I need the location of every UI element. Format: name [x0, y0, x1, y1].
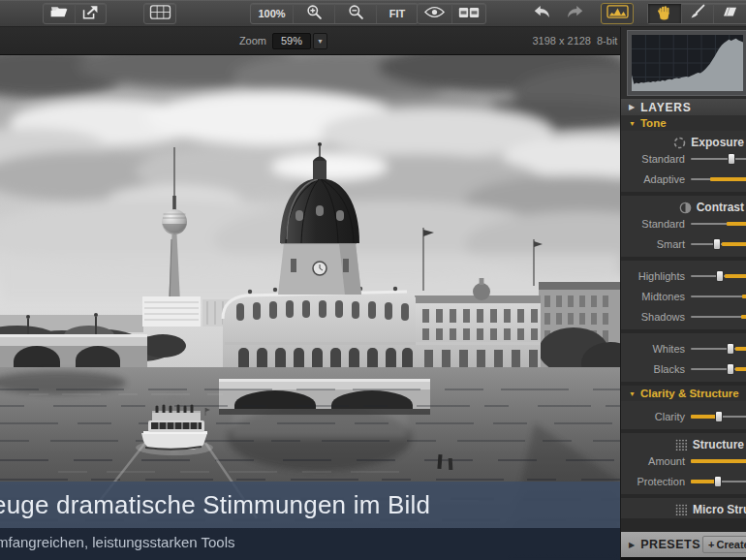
section-title: Micro Structure: [621, 498, 746, 515]
export-button[interactable]: [75, 4, 106, 23]
slider-handle[interactable]: [727, 363, 734, 375]
preview-button-group: [417, 3, 486, 24]
brush-tool-button[interactable]: [681, 4, 714, 23]
slider-track[interactable]: [691, 178, 746, 180]
zoom-value-field[interactable]: 59%: [272, 33, 311, 49]
section-title-label: Exposure: [691, 136, 744, 149]
preview-toggle-button[interactable]: [418, 4, 451, 23]
layers-section-header[interactable]: ▶ LAYERS: [621, 98, 746, 115]
undo-icon: [533, 5, 551, 22]
slider-fill: [710, 177, 746, 181]
export-icon: [81, 4, 100, 24]
slider-handle[interactable]: [728, 153, 735, 165]
slider-fill: [691, 459, 746, 463]
adjustment-section: ContrastStandardSmart: [621, 196, 746, 257]
section-title-label: Contrast: [697, 201, 744, 214]
collapse-arrow-icon: ▶: [629, 541, 635, 549]
adjustment-section: Micro Structure: [621, 498, 746, 518]
slider-track[interactable]: [691, 316, 746, 318]
open-file-button[interactable]: [44, 4, 75, 23]
slider-row: Adaptive: [621, 169, 746, 189]
photo-canvas[interactable]: euge dramatische Stimmungen im Bild mfan…: [0, 55, 620, 560]
presets-label: PRESETS: [640, 538, 700, 551]
slider-fill: [722, 242, 746, 246]
slider-fill: [735, 347, 746, 351]
slider-label: Shadows: [621, 311, 691, 323]
slider-track[interactable]: [691, 296, 746, 297]
split-compare-button[interactable]: [451, 4, 485, 23]
slider-track[interactable]: [691, 348, 746, 350]
presets-section-header[interactable]: ▶ PRESETS + Create: [621, 532, 746, 557]
contrast-icon: [679, 202, 692, 214]
slider-track[interactable]: [691, 158, 746, 160]
undo-button[interactable]: [526, 3, 557, 24]
slider-row: Smart: [621, 233, 746, 254]
slider-track[interactable]: [691, 275, 746, 277]
zoom-dropdown-button[interactable]: ▼: [313, 33, 327, 49]
folder-open-icon: [49, 4, 69, 23]
slider-fill: [735, 367, 746, 371]
slider-track[interactable]: [691, 460, 746, 462]
slider-track[interactable]: [691, 223, 746, 225]
slider-label: Whites: [621, 343, 691, 355]
zoom-out-icon: [348, 4, 364, 24]
create-preset-label: Create: [716, 539, 746, 550]
clarity-section-header[interactable]: ▼ Clarity & Structure: [621, 386, 746, 401]
zoom-100-button[interactable]: 100%: [251, 4, 293, 23]
slider-handle[interactable]: [713, 238, 721, 250]
slider-track[interactable]: [691, 416, 746, 418]
zoom-out-button[interactable]: [334, 4, 376, 23]
slider-handle[interactable]: [716, 270, 724, 282]
slider-handle[interactable]: [715, 411, 723, 422]
slider-track[interactable]: [691, 368, 746, 370]
slider-row: Shadows: [621, 306, 746, 327]
section-title: Contrast: [621, 196, 746, 213]
slider-label: Amount: [621, 455, 691, 467]
structure-icon: [675, 439, 688, 451]
adjustment-section: WhitesBlacks: [621, 333, 746, 382]
redo-button[interactable]: [559, 3, 590, 24]
eraser-icon: [722, 5, 738, 22]
slider-row: Protection: [621, 471, 746, 491]
slider-label: Clarity: [621, 411, 691, 422]
slider-fill: [727, 222, 746, 226]
slider-label: Smart: [621, 238, 691, 250]
zoom-label: Zoom: [223, 35, 266, 47]
marketing-overlay-sub: mfangreichen, leistungsstarken Tools: [0, 528, 620, 560]
adjustment-section: HighlightsMidtonesShadows: [621, 261, 746, 329]
slider-label: Adaptive: [621, 173, 691, 185]
histogram-display: [627, 30, 746, 96]
brush-icon: [690, 4, 705, 23]
collapse-arrow-icon: ▶: [629, 103, 635, 111]
photo-editor-window: 100% FIT: [0, 0, 746, 560]
tool-button-group: [647, 3, 746, 24]
slider-row: Whites: [621, 338, 746, 358]
layers-label: LAYERS: [640, 101, 691, 114]
slider-sections: ExposureStandardAdaptiveContrastStandard…: [621, 131, 746, 532]
adjustment-section: StructureAmountProtection: [621, 433, 746, 494]
fit-button[interactable]: FIT: [376, 4, 418, 23]
section-title-label: Structure: [693, 438, 744, 451]
eraser-tool-button[interactable]: [713, 4, 746, 23]
grid-view-button[interactable]: [143, 3, 176, 24]
status-bar: Zoom 59% ▼ 3198 x 2128 8-bit: [0, 27, 620, 55]
tone-section-header[interactable]: ▼ Tone: [621, 115, 746, 131]
overlay-headline: euge dramatische Stimmungen im Bild: [0, 490, 430, 520]
slider-track[interactable]: [691, 243, 746, 245]
slider-handle[interactable]: [714, 476, 722, 487]
create-preset-button[interactable]: + Create: [702, 536, 746, 553]
slider-row: Standard: [621, 148, 746, 169]
histogram-toggle-button[interactable]: [601, 3, 634, 24]
slider-fill: [725, 274, 746, 278]
micro-structure-icon: [675, 504, 688, 516]
slider-track[interactable]: [691, 481, 746, 482]
zoom-in-button[interactable]: [293, 4, 334, 23]
slider-label: Highlights: [621, 270, 691, 282]
redo-icon: [566, 5, 584, 22]
eye-icon: [424, 5, 445, 22]
grid-view-icon: [149, 5, 171, 23]
section-title: Exposure: [621, 131, 746, 148]
hand-tool-button[interactable]: [648, 4, 681, 23]
slider-handle[interactable]: [727, 343, 734, 355]
fit-label: FIT: [389, 8, 406, 19]
